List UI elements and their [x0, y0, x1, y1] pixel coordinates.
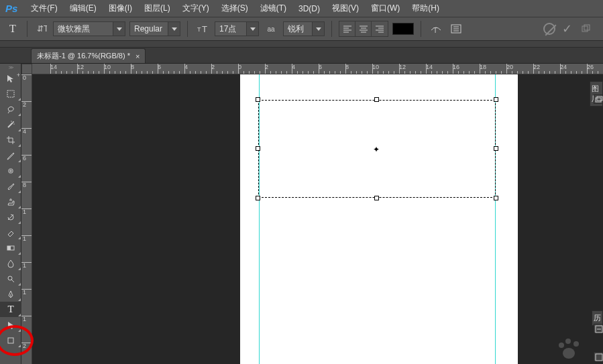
history-brush-tool[interactable]	[0, 209, 21, 225]
svg-point-25	[11, 121, 11, 121]
font-size-combo[interactable]	[215, 21, 259, 36]
ruler-label: 10	[104, 64, 111, 70]
move-tool[interactable]: +	[0, 70, 21, 86]
resize-handle[interactable]	[256, 146, 260, 151]
workspace: + T 141210864202468101214161820222426 02…	[0, 64, 603, 364]
control-strip	[0, 41, 603, 48]
horizontal-ruler[interactable]: 141210864202468101214161820222426	[32, 64, 603, 74]
anti-alias-combo[interactable]	[283, 21, 325, 36]
text-bounding-box[interactable]: ✦	[258, 100, 496, 198]
watermark-icon	[556, 337, 583, 360]
resize-handle[interactable]	[256, 97, 260, 102]
svg-line-33	[11, 280, 14, 282]
transform-center-icon[interactable]: ✦	[373, 145, 381, 153]
app-logo: Ps	[5, 3, 17, 14]
dodge-tool[interactable]	[0, 271, 21, 286]
document-tab-bar: 未标题-1 @ 16.7%(RGB/8) * ×	[0, 48, 603, 64]
menu-3d[interactable]: 3D(D)	[293, 2, 325, 15]
shape-tool[interactable]	[0, 332, 21, 348]
svg-point-24	[13, 121, 14, 123]
menu-bar: Ps 文件(F) 编辑(E) 图像(I) 图层(L) 文字(Y) 选择(S) 滤…	[0, 0, 603, 17]
character-panel-button[interactable]	[448, 21, 464, 36]
cancel-icon[interactable]	[543, 23, 555, 35]
align-center-button[interactable]	[355, 21, 372, 36]
menu-file[interactable]: 文件(F)	[25, 1, 62, 16]
layers-panel-icon[interactable]	[594, 95, 603, 104]
vertical-ruler[interactable]: 02468111112	[21, 74, 32, 364]
chevron-down-icon[interactable]	[246, 22, 258, 36]
menu-help[interactable]: 帮助(H)	[406, 1, 445, 16]
blur-tool[interactable]	[0, 255, 21, 271]
panel-icon[interactable]	[594, 352, 603, 361]
divider	[187, 21, 188, 37]
gradient-tool[interactable]	[0, 240, 21, 255]
font-size-input[interactable]	[215, 22, 246, 36]
align-left-button[interactable]	[339, 21, 355, 36]
svg-rect-35	[596, 98, 601, 102]
marquee-tool[interactable]	[0, 86, 21, 101]
ruler-label: 4	[23, 128, 26, 135]
close-icon[interactable]: ×	[135, 52, 140, 60]
magic-wand-tool[interactable]	[0, 117, 21, 132]
menu-view[interactable]: 视图(V)	[327, 1, 364, 16]
ruler-label: 1	[23, 289, 26, 296]
font-family-input[interactable]	[54, 22, 113, 36]
document-tab[interactable]: 未标题-1 @ 16.7%(RGB/8) * ×	[31, 48, 146, 63]
align-right-button[interactable]	[372, 21, 388, 36]
svg-rect-31	[7, 246, 11, 250]
menu-layer[interactable]: 图层(L)	[139, 1, 176, 16]
resize-handle[interactable]	[494, 146, 498, 151]
text-orientation-button[interactable]: ⇵T	[34, 21, 49, 36]
menu-type[interactable]: 文字(Y)	[177, 1, 215, 16]
chevron-down-icon[interactable]	[312, 22, 324, 36]
ruler-label: 1	[23, 262, 26, 269]
options-right-buttons: ✓	[543, 21, 598, 36]
svg-rect-21	[584, 25, 590, 30]
svg-text:T: T	[197, 26, 201, 33]
warp-text-button[interactable]: T	[428, 21, 444, 36]
type-tool[interactable]: T	[0, 302, 21, 317]
resize-handle[interactable]	[494, 196, 498, 200]
menu-select[interactable]: 选择(S)	[216, 1, 254, 16]
ruler-label: 14	[426, 64, 433, 70]
svg-line-23	[8, 123, 13, 127]
crop-tool[interactable]	[0, 132, 21, 147]
commit-icon[interactable]: ✓	[562, 21, 572, 36]
chevron-down-icon[interactable]	[168, 22, 180, 36]
font-family-combo[interactable]	[53, 21, 125, 36]
resize-handle[interactable]	[494, 97, 498, 102]
resize-handle[interactable]	[374, 97, 379, 102]
lasso-tool[interactable]	[0, 101, 21, 117]
ruler-label: 2	[23, 101, 26, 108]
anti-alias-input[interactable]	[284, 22, 312, 36]
chevron-down-icon[interactable]	[113, 22, 125, 36]
ruler-label: 2	[23, 343, 26, 349]
menu-edit[interactable]: 编辑(E)	[64, 1, 102, 16]
ruler-label: 12	[77, 64, 84, 70]
ruler-label: 16	[453, 64, 459, 70]
menu-image[interactable]: 图像(I)	[103, 1, 138, 16]
brush-tool[interactable]	[0, 178, 21, 194]
3d-icon[interactable]	[579, 21, 594, 36]
canvas[interactable]: ✦	[32, 74, 603, 364]
svg-rect-39	[596, 354, 602, 361]
eraser-tool[interactable]	[0, 225, 21, 240]
text-align-group	[339, 21, 388, 37]
path-selection-tool[interactable]	[0, 317, 21, 332]
history-panel-icon[interactable]	[594, 324, 603, 333]
options-bar: T ⇵T TT aa T ✓	[0, 17, 603, 41]
clone-stamp-tool[interactable]	[0, 194, 21, 209]
toolbar-collapse-icon[interactable]	[0, 64, 21, 70]
healing-brush-tool[interactable]	[0, 163, 21, 178]
resize-handle[interactable]	[256, 196, 260, 200]
font-style-input[interactable]	[130, 22, 168, 36]
menu-window[interactable]: 窗口(W)	[366, 1, 405, 16]
text-color-swatch[interactable]	[392, 23, 414, 35]
menu-filter[interactable]: 滤镜(T)	[255, 1, 292, 16]
resize-handle[interactable]	[374, 196, 379, 200]
eyedropper-tool[interactable]	[0, 147, 21, 163]
tools-panel: + T	[0, 64, 21, 364]
font-style-combo[interactable]	[129, 21, 180, 36]
pen-tool[interactable]	[0, 286, 21, 302]
svg-rect-34	[8, 338, 13, 343]
